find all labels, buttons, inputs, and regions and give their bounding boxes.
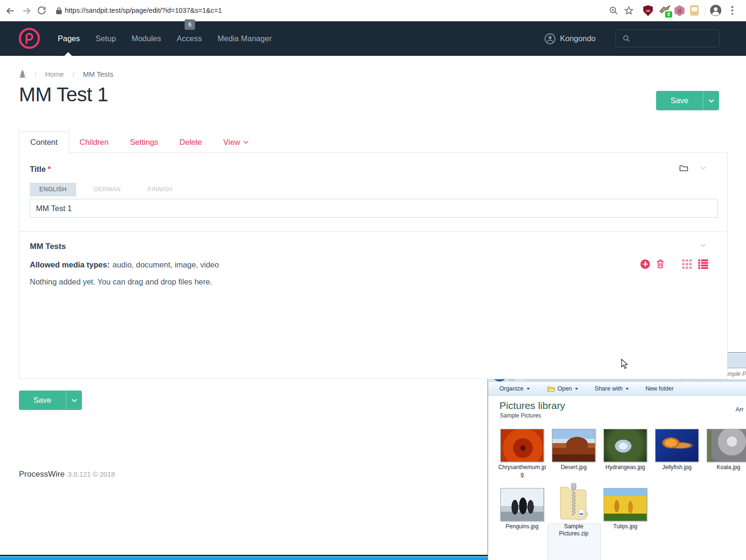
nav-item-setup[interactable]: Setup (96, 34, 116, 43)
mm-tests-heading: MM Tests (30, 242, 66, 251)
organize-label: Organize (499, 385, 524, 392)
extension-d-icon[interactable]: d (675, 5, 687, 18)
collapse-chevron-icon[interactable] (700, 166, 706, 170)
file-label: Desert.jpg (548, 464, 599, 471)
trash-icon[interactable] (656, 259, 665, 269)
lang-tab-english[interactable]: ENGLISH (30, 183, 76, 196)
nav-item-access[interactable]: Access (177, 34, 202, 43)
profile-avatar-icon[interactable] (710, 4, 722, 17)
admin-menu: Pages Setup Modules Access Media Manager (58, 21, 272, 56)
chevron-down-icon (71, 399, 77, 402)
thumbnail-penguins (500, 488, 544, 521)
allowed-media-types: Allowed media types:audio, document, ima… (30, 260, 219, 269)
admin-search-input[interactable] (615, 29, 719, 47)
processwire-logo[interactable] (18, 27, 41, 50)
screen: https://sandpit.test/sp/page/edit/?id=10… (0, 0, 746, 560)
page-title: MM Test 1 (19, 83, 108, 106)
file-desert[interactable]: Desert.jpg (548, 429, 599, 471)
file-label: Sample Pictures.zip (548, 523, 599, 537)
breadcrumb-home[interactable]: Home (45, 70, 64, 78)
file-label: Chrysanthemum.jpg (497, 464, 548, 478)
list-view-icon[interactable] (698, 259, 708, 269)
open-button[interactable]: Open (547, 385, 579, 392)
taskbar-edge[interactable] (0, 555, 488, 560)
file-koala[interactable]: Koala.jpg (703, 429, 746, 471)
add-media-icon[interactable] (640, 259, 650, 269)
chevron-down-icon (243, 141, 249, 144)
url-bar[interactable]: https://sandpit.test/sp/page/edit/?id=10… (65, 0, 222, 21)
open-folder-icon (547, 386, 555, 392)
file-label: Jellyfish.jpg (651, 464, 702, 471)
empty-dropzone-text[interactable]: Nothing added yet. You can drag and drop… (30, 277, 212, 286)
tree-icon[interactable] (19, 70, 26, 78)
required-asterisk: * (48, 165, 51, 173)
browser-back-icon[interactable] (5, 5, 16, 17)
tab-content[interactable]: Content (19, 131, 69, 153)
thumbnail-hydrangeas (604, 429, 647, 462)
breadcrumb-separator: / (35, 70, 36, 78)
footer-brand[interactable]: ProcessWire (19, 470, 64, 479)
nav-item-media-manager[interactable]: Media Manager (217, 34, 272, 43)
thumbnail-desert (552, 429, 595, 462)
admin-navbar: Pages Setup Modules Access Media Manager… (0, 21, 746, 56)
browser-reload-icon[interactable] (36, 5, 48, 17)
tab-delete[interactable]: Delete (179, 138, 202, 147)
explorer-command-bar: Organize Open Share with New folder (488, 382, 746, 396)
tab-view[interactable]: View (223, 138, 249, 147)
breadcrumb-separator: / (72, 70, 74, 78)
lang-tab-german[interactable]: GERMAN (84, 183, 130, 196)
save-dropdown-toggle[interactable] (703, 91, 719, 110)
file-sample-pictures-zip[interactable]: Sample Pictures.zip (548, 482, 599, 537)
folder-icon[interactable] (679, 164, 688, 172)
user-menu[interactable]: Kongondo (544, 21, 595, 56)
file-label: Koala.jpg (703, 464, 746, 471)
arrange-by-control[interactable]: Arr (736, 406, 744, 413)
tab-children[interactable]: Children (80, 138, 108, 147)
ublock-extension-icon[interactable]: UO (643, 5, 656, 18)
mm-collapse-chevron-icon[interactable] (700, 243, 706, 247)
thumbnail-tulips (604, 488, 647, 521)
search-icon (622, 35, 631, 43)
allowed-media-label: Allowed media types: (30, 260, 110, 269)
tab-settings[interactable]: Settings (130, 138, 158, 147)
footer: ProcessWire3.0.121 © 2018 (19, 470, 115, 479)
nav-item-modules[interactable]: Modules (132, 34, 161, 43)
padlock-icon[interactable] (55, 7, 62, 15)
user-avatar-icon (544, 33, 556, 44)
file-jellyfish[interactable]: Jellyfish.jpg (651, 429, 702, 471)
file-chrysanthemum[interactable]: Chrysanthemum.jpg (497, 429, 548, 478)
browser-toolbar: https://sandpit.test/sp/page/edit/?id=10… (0, 0, 746, 21)
lang-tab-finnish[interactable]: FINNISH (138, 183, 182, 196)
grid-view-icon[interactable] (682, 259, 692, 269)
browser-menu-icon[interactable] (731, 6, 733, 15)
file-penguins[interactable]: Penguins.jpg (497, 488, 548, 530)
active-nav-caret (64, 52, 72, 56)
browser-forward-icon[interactable] (21, 5, 32, 17)
new-folder-button[interactable]: New folder (645, 385, 674, 392)
page-edit-tabs: Content Children Settings Delete View (19, 131, 249, 153)
save-button-top[interactable]: Save (656, 91, 719, 110)
nav-item-pages[interactable]: Pages (58, 34, 80, 43)
save-button-label[interactable]: Save (19, 391, 66, 410)
breadcrumb: / Home / MM Tests (19, 70, 113, 78)
thumbnail-koala (707, 429, 746, 462)
explorer-window: Libraries Pictures Sample Pictures Organ… (488, 352, 746, 560)
bookmark-star-icon[interactable] (624, 6, 636, 18)
file-hydrangeas[interactable]: Hydrangeas.jpg (600, 429, 651, 471)
thumbnail-chrysanthemum (500, 429, 544, 462)
section-divider (19, 231, 727, 231)
save-dropdown-toggle[interactable] (66, 391, 82, 410)
zoom-indicator-icon[interactable] (609, 6, 621, 18)
notes-extension-icon[interactable] (690, 5, 702, 18)
library-title: Pictures library (499, 400, 565, 411)
file-label: Hydrangeas.jpg (600, 464, 651, 471)
breadcrumb-mm-tests[interactable]: MM Tests (83, 70, 113, 78)
save-button-label[interactable]: Save (656, 91, 703, 110)
tab-view-label: View (223, 138, 240, 147)
title-text-input[interactable] (30, 199, 718, 218)
organize-button[interactable]: Organize (499, 385, 530, 392)
save-button-bottom[interactable]: Save (19, 391, 82, 410)
new-folder-label: New folder (645, 385, 674, 392)
file-tulips[interactable]: Tulips.jpg (600, 488, 651, 530)
share-with-button[interactable]: Share with (595, 385, 629, 392)
